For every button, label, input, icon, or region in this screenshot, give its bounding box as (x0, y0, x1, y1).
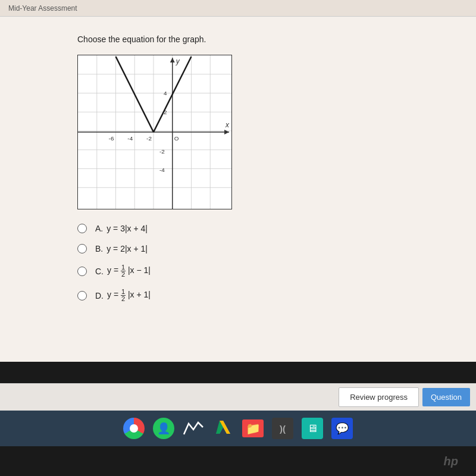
taskbar: 👤 📁 )( 🖥 💬 (0, 411, 476, 446)
hp-logo: hp (444, 455, 458, 468)
svg-text:y: y (176, 57, 180, 65)
svg-text:4: 4 (164, 90, 167, 96)
answer-choice-a[interactable]: A. y = 3|x + 4| (77, 224, 452, 233)
page-title: Mid-Year Assessment (8, 4, 77, 12)
radio-b[interactable] (77, 244, 87, 253)
monitor-icon[interactable]: 🖥 (302, 418, 323, 439)
radio-a[interactable] (77, 224, 87, 233)
answer-choices: A. y = 3|x + 4| B. y = 2|x + 1| C. y = 1… (77, 224, 452, 302)
svg-text:-4: -4 (127, 135, 133, 142)
brackets-icon[interactable]: )( (272, 418, 293, 439)
bottom-bezel: hp (0, 446, 476, 476)
chrome-icon[interactable] (123, 418, 145, 439)
fraction-d: 12 (121, 289, 126, 302)
svg-text:x: x (225, 121, 230, 129)
radio-c[interactable] (77, 267, 87, 276)
question-prompt: Choose the equation for the graph. (77, 35, 452, 44)
main-content: Choose the equation for the graph. (0, 17, 476, 362)
fraction-c: 12 (121, 264, 126, 278)
stats-icon[interactable] (183, 418, 204, 439)
svg-marker-15 (224, 130, 229, 134)
answer-letter-b: B. (95, 244, 103, 253)
google-drive-icon[interactable] (212, 418, 234, 439)
top-bar: Mid-Year Assessment (0, 0, 476, 17)
answer-label-c: y = 12 |x − 1| (107, 264, 151, 278)
folder-icon[interactable]: 📁 (242, 419, 264, 437)
review-progress-button[interactable]: Review progress (339, 387, 419, 407)
svg-text:-4: -4 (159, 167, 165, 173)
svg-text:-6: -6 (109, 135, 114, 142)
svg-text:-2: -2 (146, 135, 152, 142)
svg-text:-2: -2 (159, 148, 165, 155)
svg-text:O: O (174, 135, 179, 142)
answer-choice-d[interactable]: D. y = 12 |x + 1| (77, 289, 452, 302)
graph-svg: x y O -2 -4 -6 4 2 -2 -4 (78, 55, 231, 209)
answer-choice-b[interactable]: B. y = 2|x + 1| (77, 244, 452, 253)
answer-label-a: y = 3|x + 4| (107, 224, 148, 233)
answer-label-d: y = 12 |x + 1| (107, 289, 151, 302)
brackets-text: )( (280, 424, 286, 434)
answer-letter-c: C. (95, 267, 104, 276)
answer-letter-d: D. (95, 291, 104, 300)
bottom-toolbar: Review progress Question (0, 383, 476, 411)
app-icon[interactable]: 💬 (331, 418, 353, 439)
svg-marker-17 (170, 58, 175, 62)
graph-container: x y O -2 -4 -6 4 2 -2 -4 (77, 55, 232, 209)
people-icon[interactable]: 👤 (153, 418, 174, 439)
question-button[interactable]: Question (422, 388, 470, 406)
answer-choice-c[interactable]: C. y = 12 |x − 1| (77, 264, 452, 278)
answer-letter-a: A. (95, 224, 103, 233)
answer-label-b: y = 2|x + 1| (107, 244, 148, 253)
radio-d[interactable] (77, 291, 87, 300)
